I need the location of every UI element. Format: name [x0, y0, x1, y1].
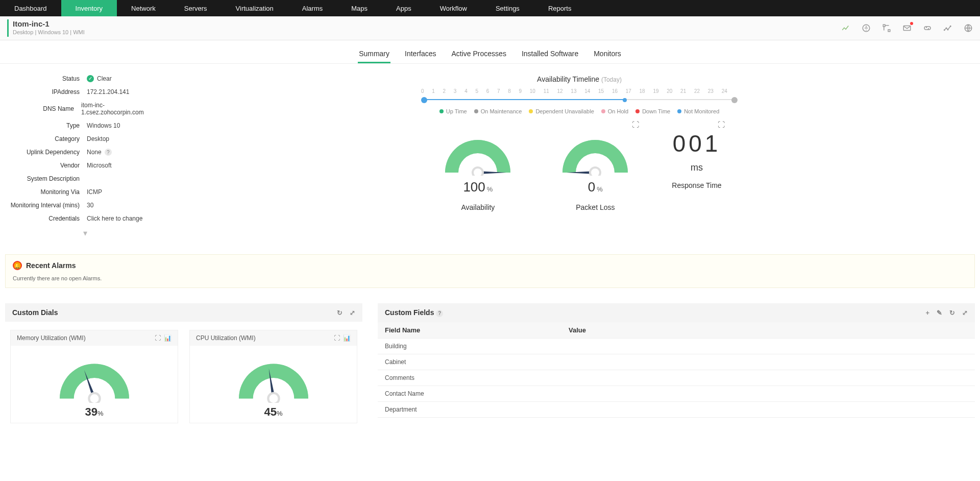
availability-label: Availability: [437, 203, 519, 211]
dial-card: Memory Utilization (WMI)⛶📊39%: [10, 330, 178, 423]
detail-dns-name: DNS Nameitom-inc-1.csez.zohocorpin.com: [10, 102, 160, 116]
edit-icon[interactable]: ✎: [937, 309, 942, 317]
svg-point-7: [950, 26, 951, 27]
threshold-icon[interactable]: ⛶: [155, 334, 161, 342]
header-actions: [841, 23, 973, 33]
link-icon[interactable]: [923, 23, 932, 33]
add-icon[interactable]: +: [925, 309, 929, 317]
packet-loss-label: Packet Loss: [554, 203, 636, 211]
availability-value: 100%: [437, 179, 519, 195]
header-bar: Itom-inc-1 Desktop | Windows 10 | WMI: [0, 16, 980, 40]
alarm-bell-icon: 🔔: [13, 261, 22, 270]
dial-card: CPU Utilization (WMI)⛶📊45%: [189, 330, 357, 423]
chevron-down-icon[interactable]: ▾: [10, 228, 160, 238]
nav-item-servers[interactable]: Servers: [170, 0, 222, 16]
svg-point-16: [268, 393, 279, 403]
page-title: Itom-inc-1: [13, 19, 85, 28]
svg-point-4: [944, 30, 945, 31]
recent-alarms-body: Currently there are no open Alarms.: [13, 275, 967, 281]
svg-point-5: [946, 28, 947, 29]
nav-item-inventory[interactable]: Inventory: [61, 0, 117, 16]
dial-title: Memory Utilization (WMI): [17, 334, 86, 342]
legend-not-monitored: Not Monitored: [677, 108, 719, 114]
tab-installed-software[interactable]: Installed Software: [521, 45, 579, 63]
custom-fields-header: Field Name Value: [378, 322, 975, 339]
tab-interfaces[interactable]: Interfaces: [404, 45, 437, 63]
nav-item-reports[interactable]: Reports: [534, 0, 586, 16]
legend-on-maintenance: On Maintenance: [474, 108, 522, 114]
response-label: Response Time: [672, 181, 721, 189]
workflow-icon[interactable]: [882, 23, 891, 33]
dial-value: 45%: [190, 405, 357, 419]
custom-field-row[interactable]: Comments: [378, 370, 975, 386]
nav-item-alarms[interactable]: Alarms: [288, 0, 337, 16]
timeline-start-dot: [421, 97, 427, 103]
breadcrumb: Desktop | Windows 10 | WMI: [13, 29, 85, 35]
refresh-icon[interactable]: ↻: [949, 309, 955, 317]
timeline-ticks: 0123456789101112131415161718192021222324: [421, 86, 738, 96]
nav-item-apps[interactable]: Apps: [382, 0, 426, 16]
legend-up-time: Up Time: [439, 108, 467, 114]
chart-icon[interactable]: [841, 23, 850, 33]
custom-field-row[interactable]: Department: [378, 402, 975, 418]
availability-timeline-bar[interactable]: [421, 96, 738, 104]
svg-point-14: [89, 393, 100, 403]
legend-on-hold: On Hold: [601, 108, 628, 114]
expand-icon[interactable]: ⤢: [962, 309, 968, 317]
legend-down-time: Down Time: [635, 108, 670, 114]
timeline-end-dot: [731, 97, 738, 103]
custom-fields-panel: Custom Fields ? + ✎ ↻ ⤢ Field Name Value…: [378, 303, 975, 431]
status-ok-icon: [87, 75, 94, 82]
response-value: 001: [672, 130, 721, 157]
help-icon[interactable]: ?: [105, 149, 112, 156]
mail-icon[interactable]: [902, 23, 912, 33]
trend-icon[interactable]: [943, 23, 952, 33]
timeline-title: Availability Timeline (Today): [184, 75, 975, 83]
detail-uplink-dependency: Uplink DependencyNone?: [10, 149, 160, 156]
custom-fields-title: Custom Fields: [385, 308, 434, 317]
tab-monitors[interactable]: Monitors: [593, 45, 622, 63]
device-details: StatusClearIPAddress172.21.204.141DNS Na…: [5, 75, 163, 238]
nav-item-virtualization[interactable]: Virtualization: [222, 0, 288, 16]
detail-ipaddress: IPAddress172.21.204.141: [10, 88, 160, 95]
alert-icon[interactable]: [862, 23, 871, 33]
custom-dials-title: Custom Dials: [12, 308, 58, 317]
svg-rect-1: [883, 25, 885, 27]
svg-point-6: [947, 29, 948, 30]
svg-rect-2: [888, 30, 890, 32]
packet-loss-gauge: ⛶ 0% Packet Loss: [554, 130, 636, 211]
custom-field-row[interactable]: Cabinet: [378, 354, 975, 370]
tab-active-processes[interactable]: Active Processes: [451, 45, 507, 63]
nav-item-maps[interactable]: Maps: [337, 0, 382, 16]
custom-field-row[interactable]: Contact Name: [378, 386, 975, 402]
threshold-icon[interactable]: ⛶: [334, 334, 340, 342]
dial-value: 39%: [11, 405, 178, 419]
nav-item-dashboard[interactable]: Dashboard: [0, 0, 61, 16]
response-time: ⛶ 001 ms Response Time: [672, 130, 721, 211]
header-accent: [7, 19, 9, 37]
tab-summary[interactable]: Summary: [358, 45, 390, 63]
refresh-icon[interactable]: ↻: [337, 309, 342, 317]
globe-icon[interactable]: [964, 23, 973, 33]
packet-loss-value: 0%: [554, 179, 636, 195]
nav-item-settings[interactable]: Settings: [481, 0, 534, 16]
threshold-icon[interactable]: ⛶: [632, 121, 639, 129]
nav-item-workflow[interactable]: Workflow: [426, 0, 481, 16]
detail-vendor: VendorMicrosoft: [10, 162, 160, 169]
expand-icon[interactable]: ⤢: [350, 309, 355, 317]
custom-field-row[interactable]: Building: [378, 339, 975, 354]
help-icon[interactable]: ?: [436, 310, 443, 317]
svg-point-12: [590, 167, 600, 176]
recent-alarms-title: Recent Alarms: [26, 261, 76, 270]
detail-system-description: System Description: [10, 175, 160, 182]
nav-item-network[interactable]: Network: [117, 0, 170, 16]
detail-monitoring-via: Monitoring ViaICMP: [10, 188, 160, 196]
bars-icon[interactable]: 📊: [164, 334, 172, 342]
bars-icon[interactable]: 📊: [343, 334, 351, 342]
legend-dependent-unavailable: Dependent Unavailable: [529, 108, 594, 114]
credentials-link[interactable]: Click here to change: [87, 215, 142, 222]
detail-category: CategoryDesktop: [10, 135, 160, 142]
threshold-icon[interactable]: ⛶: [718, 121, 725, 129]
svg-point-10: [473, 167, 483, 176]
response-unit: ms: [672, 162, 721, 173]
